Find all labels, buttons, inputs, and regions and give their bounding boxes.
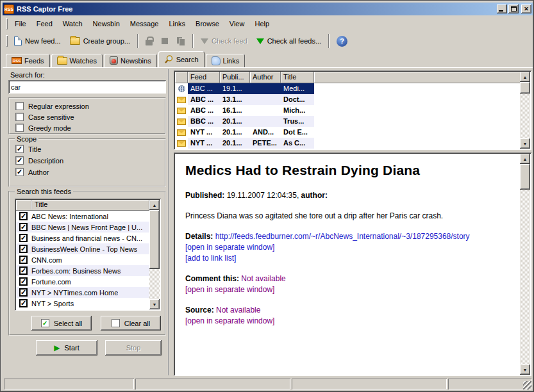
tab-newsbins[interactable]: Newsbins <box>104 54 157 67</box>
search-page: Search for: Regular expression Case sens… <box>3 67 533 377</box>
scope-description-checkbox[interactable]: ✓ <box>15 156 24 165</box>
result-row[interactable]: ABC ...16.1...Mich... <box>175 105 520 116</box>
help-button[interactable]: ? <box>332 33 352 49</box>
feed-row[interactable]: ✓CNN.com <box>16 254 149 265</box>
case-sensitive-option[interactable]: Case sensitive <box>15 113 74 121</box>
copy-button[interactable] <box>172 33 190 49</box>
result-row[interactable]: ABC ...13.1...Doct... <box>175 94 520 105</box>
feed-row[interactable]: ✓Business and financial news - CN... <box>16 233 149 243</box>
result-row[interactable]: NYT ...20.1...AND...Dot E... <box>175 127 520 138</box>
start-button[interactable]: ▶ Start <box>36 340 97 355</box>
clear-all-label: Clear all <box>124 320 150 327</box>
menu-feed[interactable]: Feed <box>31 18 58 29</box>
select-all-button[interactable]: ✓ Select all <box>31 316 92 331</box>
toolbar-grip[interactable] <box>6 35 8 47</box>
scope-author-option[interactable]: ✓ Author <box>15 168 49 176</box>
feed-checkbox[interactable]: ✓ <box>19 299 28 307</box>
feed-checkbox[interactable]: ✓ <box>19 266 28 275</box>
scroll-up-button[interactable]: ▲ <box>520 154 530 164</box>
tab-links[interactable]: Links <box>206 54 246 67</box>
feed-row[interactable]: ✓BBC News | News Front Page | U... <box>16 222 149 233</box>
add-to-link-list-link[interactable]: [add to link list] <box>185 254 512 263</box>
open-separate-window-link[interactable]: [open in separate window] <box>185 316 512 326</box>
feed-checkbox[interactable]: ✓ <box>19 245 28 253</box>
open-separate-window-link[interactable]: [open in separate window] <box>185 243 512 252</box>
resize-grip[interactable] <box>523 381 531 389</box>
menu-file[interactable]: File <box>10 18 31 29</box>
feed-row[interactable]: ✓NYT > Sports <box>16 298 149 309</box>
scroll-thumb[interactable] <box>149 210 160 269</box>
lock-button[interactable] <box>141 33 157 49</box>
feed-title-column-header[interactable]: Title <box>31 200 149 211</box>
scope-title-option[interactable]: ✓ Title <box>15 145 41 153</box>
scroll-track[interactable] <box>520 94 530 138</box>
tab-search[interactable]: Search <box>158 51 204 67</box>
greedy-mode-checkbox[interactable] <box>15 124 24 132</box>
greedy-mode-option[interactable]: Greedy mode <box>15 124 71 132</box>
scroll-down-button[interactable]: ▼ <box>149 299 160 309</box>
result-row[interactable]: BBC ...20.1...Trus... <box>175 116 520 127</box>
menu-view[interactable]: View <box>224 18 250 29</box>
tab-feeds[interactable]: RSS Feeds <box>6 54 50 67</box>
scope-description-option[interactable]: ✓ Description <box>15 156 63 165</box>
menu-watch[interactable]: Watch <box>58 18 88 29</box>
scroll-thumb[interactable] <box>520 164 530 190</box>
menu-newsbin[interactable]: Newsbin <box>88 18 125 29</box>
feed-checkbox[interactable]: ✓ <box>19 212 28 220</box>
scroll-track[interactable] <box>520 190 530 364</box>
regular-expression-option[interactable]: Regular expression <box>15 102 89 110</box>
close-button[interactable]: ✕ <box>521 4 531 13</box>
check-all-feeds-button[interactable]: Check all feeds... <box>252 33 326 49</box>
scroll-up-button[interactable]: ▲ <box>520 72 530 82</box>
feed-check-column-header[interactable] <box>16 200 31 211</box>
feed-checkbox[interactable]: ✓ <box>19 288 28 297</box>
result-row[interactable]: NYT ...20.1...PETE...As C... <box>175 138 520 149</box>
title-column-header[interactable]: Title <box>281 72 314 83</box>
feed-row[interactable]: ✓NYT > NYTimes.com Home <box>16 287 149 298</box>
feed-checkbox[interactable]: ✓ <box>19 223 28 231</box>
new-feed-button[interactable]: New feed... <box>10 33 65 49</box>
stop-check-button[interactable] <box>157 33 172 49</box>
scroll-thumb[interactable] <box>520 82 530 94</box>
result-row[interactable]: ABC ...19.1...Medi... <box>175 83 520 94</box>
menu-links[interactable]: Links <box>163 18 190 29</box>
scroll-down-button[interactable]: ▼ <box>520 364 530 375</box>
tab-watches[interactable]: Watches <box>51 54 103 67</box>
details-url-link[interactable]: http://feeds.feedburner.com/~r/AbcNews_I… <box>215 232 470 241</box>
feed-row[interactable]: ✓BusinessWeek Online - Top News <box>16 243 149 254</box>
menu-browse[interactable]: Browse <box>190 18 224 29</box>
menu-help[interactable]: Help <box>249 18 274 29</box>
feed-row[interactable]: ✓ABC News: International <box>16 211 149 222</box>
scope-title-checkbox[interactable]: ✓ <box>15 145 24 153</box>
feed-row[interactable]: ✓Forbes.com: Business News <box>16 265 149 276</box>
status-panel <box>292 379 447 389</box>
create-group-button[interactable]: Create group... <box>65 33 135 49</box>
scroll-up-button[interactable]: ▲ <box>149 200 160 210</box>
author-column-header[interactable]: Author <box>250 72 281 83</box>
published-column-header[interactable]: Publi... <box>220 72 250 83</box>
icon-column-header[interactable] <box>175 72 188 83</box>
feed-checkbox[interactable]: ✓ <box>19 234 28 242</box>
feed-row[interactable]: ✓Fortune.com <box>16 276 149 287</box>
case-sensitive-checkbox[interactable] <box>15 113 24 121</box>
maximize-button[interactable] <box>508 4 519 13</box>
open-separate-window-link[interactable]: [open in separate window] <box>185 285 512 295</box>
panel-splitter[interactable] <box>168 69 169 375</box>
menu-message[interactable]: Message <box>125 18 164 29</box>
menu-grip[interactable] <box>6 18 8 29</box>
scroll-down-button[interactable]: ▼ <box>520 138 530 149</box>
article-scrollbar[interactable]: ▲ ▼ <box>520 154 530 375</box>
scroll-track[interactable] <box>149 269 160 299</box>
feed-checkbox[interactable]: ✓ <box>19 256 28 264</box>
clear-all-button[interactable]: Clear all <box>101 316 161 331</box>
regular-expression-checkbox[interactable] <box>15 102 24 110</box>
check-feed-button[interactable]: Check feed <box>196 33 252 49</box>
feed-checkbox[interactable]: ✓ <box>19 277 28 286</box>
feed-list-scrollbar[interactable]: ▲ ▼ <box>149 200 160 309</box>
results-scrollbar[interactable]: ▲ ▼ <box>520 72 530 149</box>
search-input[interactable] <box>8 80 166 94</box>
feed-column-header[interactable]: Feed <box>188 72 220 83</box>
minimize-button[interactable] <box>497 4 507 13</box>
scope-author-checkbox[interactable]: ✓ <box>15 168 24 176</box>
stop-button[interactable]: Stop <box>105 340 162 355</box>
